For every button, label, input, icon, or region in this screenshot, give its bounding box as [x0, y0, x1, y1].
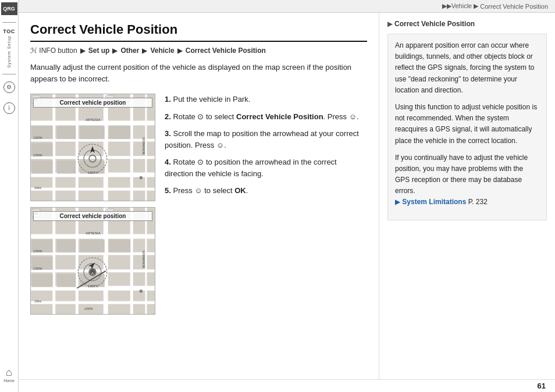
breadcrumb-prefix: ▶▶Vehicle [442, 2, 472, 10]
right-panel-para-3-text: If you continually have to adjust the ve… [395, 154, 528, 195]
home-label: Home [3, 379, 15, 383]
svg-text:ARTESIA: ARTESIA [86, 231, 100, 235]
map-image-1: ARTESIA 180TH 176TH 178TH 1/6mi NORMANDI… [30, 94, 155, 201]
bc-arrow-2: ▶ [112, 47, 118, 55]
svg-text:176TH: 176TH [34, 250, 42, 253]
svg-rect-51 [57, 274, 76, 287]
step-2-num: 2. [165, 112, 171, 121]
step-5-num: 5. [165, 186, 171, 195]
svg-rect-50 [31, 274, 53, 287]
svg-rect-48 [80, 239, 105, 252]
step-4-text: Rotate ⊙ to position the arrowhead in th… [165, 158, 337, 178]
right-arrow-icon: ▶ [387, 20, 392, 28]
right-panel-link-page: P. 232 [468, 198, 488, 206]
two-column-layout: ARTESIA 180TH 176TH 178TH 1/6mi NORMANDI… [30, 94, 367, 315]
svg-rect-47 [57, 239, 76, 252]
step-5-text: Press ☺ to select OK. [173, 186, 248, 195]
sidebar-home[interactable]: ⌂ Home [3, 366, 15, 383]
right-panel-box: An apparent position error can occur whe… [387, 34, 547, 220]
sidebar-qrg-label[interactable]: QRG [1, 2, 17, 15]
bc-info-button: ℋ INFO button [30, 47, 77, 55]
step-1-text: Put the vehicle in Park. [173, 95, 250, 104]
page-title: Correct Vehicle Position [30, 22, 367, 42]
breadcrumb-arrow: ▶ [474, 2, 478, 10]
svg-text:178TH: 178TH [34, 268, 42, 270]
page-number-bar: 61 [19, 379, 555, 392]
svg-rect-17 [57, 161, 76, 174]
map-image-2: ARTESIA 180TH 176TH 178TH 1/6mi NORMANDI… [30, 207, 155, 315]
right-panel-para-1: An apparent position error can occur whe… [395, 40, 539, 96]
left-panel: Correct Vehicle Position ℋ INFO button ▶… [19, 13, 379, 379]
bc-arrow-1: ▶ [80, 47, 86, 55]
right-panel-para-3: If you continually have to adjust the ve… [395, 152, 539, 208]
sidebar-item-info[interactable]: i [1, 101, 17, 115]
system-setup-label: System Setup [7, 35, 11, 68]
step-3: 3. Scroll the map to position the arrowh… [165, 128, 367, 151]
svg-text:176TH: 176TH [34, 137, 42, 140]
svg-text:NORMANDIE: NORMANDIE [142, 251, 145, 269]
svg-text:⊗: ⊗ [139, 288, 143, 294]
right-panel-title: ▶ Correct Vehicle Position [387, 20, 547, 28]
sidebar: QRG TOC System Setup ⚙ i ⌂ Home [0, 0, 19, 392]
step-3-text: Scroll the map to position the arrowhead… [165, 129, 359, 149]
bc-vehicle: Vehicle [150, 47, 174, 55]
info-icon: i [3, 102, 15, 114]
breadcrumb-bar: ▶▶Vehicle ▶ Correct Vehicle Position [19, 0, 555, 13]
sidebar-divider-2 [2, 74, 16, 74]
right-panel: ▶ Correct Vehicle Position An apparent p… [379, 13, 555, 379]
step-2: 2. Rotate ⊙ to select Correct Vehicle Po… [165, 111, 367, 123]
wrench-icon: ⚙ [3, 81, 15, 93]
svg-text:1/6mi: 1/6mi [34, 187, 41, 190]
right-panel-title-text: Correct Vehicle Position [394, 20, 475, 28]
sidebar-item-toc[interactable]: TOC System Setup [1, 28, 17, 68]
map-label-2: Correct vehicle position [33, 211, 152, 221]
right-panel-icon: ▶ [395, 198, 400, 206]
bc-arrow-4: ▶ [177, 47, 183, 55]
right-panel-para-2: Using this function to adjust vehicle po… [395, 102, 539, 147]
svg-text:178TH: 178TH [84, 308, 93, 311]
svg-rect-14 [80, 126, 105, 139]
svg-rect-49 [109, 239, 131, 252]
step-2-text: Rotate ⊙ to select Correct Vehicle Posit… [173, 112, 358, 121]
sidebar-item-wrench[interactable]: ⚙ [1, 80, 17, 94]
svg-text:1/6mi: 1/6mi [34, 300, 41, 303]
step-5: 5. Press ☺ to select OK. [165, 185, 367, 197]
svg-text:178TH: 178TH [34, 154, 42, 157]
svg-text:ARTESIA: ARTESIA [86, 118, 100, 122]
step-1-num: 1. [165, 95, 171, 104]
step-3-num: 3. [165, 129, 171, 138]
bc-arrow-3: ▶ [142, 47, 147, 55]
svg-text:NORMANDIE: NORMANDIE [142, 137, 145, 155]
bc-correct-vehicle: Correct Vehicle Position [186, 47, 266, 55]
steps-column: 1. Put the vehicle in Park. 2. Rotate ⊙ … [165, 94, 367, 315]
breadcrumb-path: ℋ INFO button ▶ Set up ▶ Other ▶ Vehicle… [30, 47, 367, 55]
bc-other: Other [120, 47, 139, 55]
svg-text:A: A [91, 272, 94, 275]
map-label-1: Correct vehicle position [33, 98, 152, 108]
system-limitations-link[interactable]: System Limitations [402, 198, 466, 206]
main-content: ▶▶Vehicle ▶ Correct Vehicle Position Cor… [19, 0, 555, 392]
svg-rect-16 [31, 161, 53, 174]
sidebar-divider-1 [2, 22, 16, 23]
step-1: 1. Put the vehicle in Park. [165, 94, 367, 105]
step-4: 4. Rotate ⊙ to position the arrowhead in… [165, 156, 367, 179]
svg-rect-13 [57, 126, 76, 139]
step-4-num: 4. [165, 158, 171, 166]
svg-rect-15 [109, 126, 131, 139]
breadcrumb-current: Correct Vehicle Position [480, 3, 548, 10]
toc-label: TOC [3, 28, 15, 34]
svg-text:⊗: ⊗ [139, 175, 143, 180]
home-icon: ⌂ [6, 366, 12, 379]
page-description: Manually adjust the current position of … [30, 62, 356, 84]
content-area: Correct Vehicle Position ℋ INFO button ▶… [19, 13, 555, 379]
images-column: ARTESIA 180TH 176TH 178TH 1/6mi NORMANDI… [30, 94, 155, 315]
bc-setup: Set up [88, 47, 110, 55]
page-number: 61 [538, 382, 546, 390]
